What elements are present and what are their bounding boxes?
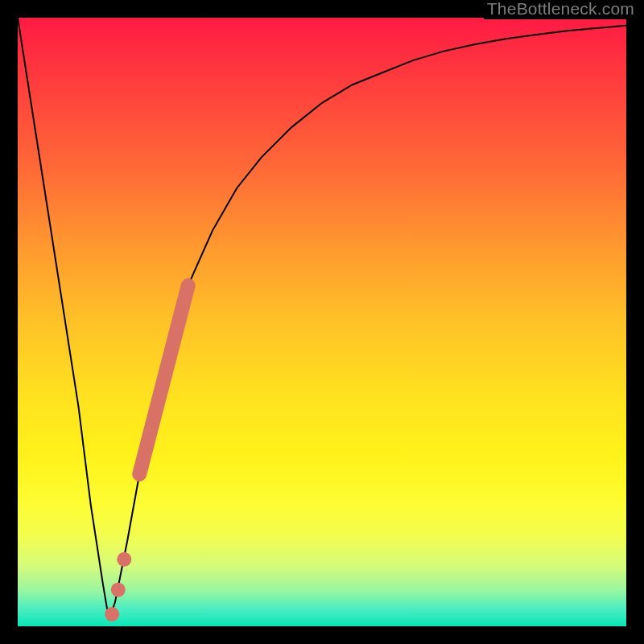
highlight-dot-3	[105, 607, 119, 621]
highlight-dot-1	[117, 552, 131, 567]
chart-svg	[18, 18, 626, 626]
highlight-segment	[139, 286, 188, 474]
bottleneck-curve	[18, 18, 626, 620]
chart-frame: TheBottleneck.com	[0, 0, 644, 644]
plot-area	[18, 18, 626, 626]
highlight-dot-2	[111, 583, 126, 597]
watermark-text: TheBottleneck.com	[484, 0, 634, 19]
